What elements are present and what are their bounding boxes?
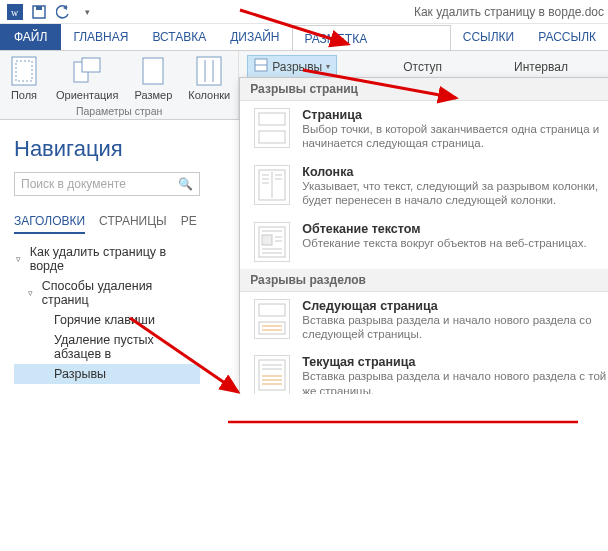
nav-tab-pages[interactable]: СТРАНИЦЫ: [99, 214, 167, 234]
caret-down-icon: ▿: [28, 288, 38, 298]
headings-tree: ▿Как удалить страницу в ворде ▿Способы у…: [14, 242, 200, 384]
tab-design[interactable]: ДИЗАЙН: [218, 24, 291, 50]
svg-text:w: w: [11, 7, 19, 18]
tab-page-layout[interactable]: РАЗМЕТКА СТРАНИЦЫ: [292, 25, 451, 51]
nav-tab-headings[interactable]: ЗАГОЛОВКИ: [14, 214, 85, 234]
tab-references[interactable]: ССЫЛКИ: [451, 24, 526, 50]
page-setup-group: Поля Ориентация Размер Колонки Параметры…: [0, 51, 239, 119]
title-bar: w ▾ Как удалить страницу в ворде.doc: [0, 0, 608, 24]
save-icon[interactable]: [28, 1, 50, 23]
orientation-label: Ориентация: [56, 89, 118, 101]
tree-item-hotkeys[interactable]: Горячие клавиши: [14, 310, 200, 330]
tree-item-root[interactable]: ▿Как удалить страницу в ворде: [14, 242, 200, 276]
quick-access-toolbar: w ▾: [0, 1, 102, 23]
svg-rect-3: [36, 6, 42, 10]
document-title: Как удалить страницу в ворде.doc: [414, 5, 608, 19]
orientation-button[interactable]: Ориентация: [56, 55, 118, 101]
tree-label: Удаление пустых абзацев в: [54, 333, 198, 361]
ribbon: Поля Ориентация Размер Колонки Параметры…: [0, 50, 608, 120]
chevron-down-icon: ▾: [326, 62, 330, 71]
columns-icon: [193, 55, 225, 87]
navigation-pane: Навигация Поиск в документе 🔍 ЗАГОЛОВКИ …: [0, 120, 214, 394]
svg-rect-8: [143, 58, 163, 84]
spacing-control[interactable]: Интервал: [508, 55, 574, 78]
tree-label: Способы удаления страниц: [42, 279, 198, 307]
search-input[interactable]: Поиск в документе 🔍: [14, 172, 200, 196]
qat-more-icon[interactable]: ▾: [76, 1, 98, 23]
margins-icon: [8, 55, 40, 87]
word-app-icon: w: [4, 1, 26, 23]
navigation-title: Навигация: [14, 136, 200, 162]
orientation-icon: [71, 55, 103, 87]
nav-tab-results[interactable]: РЕ: [181, 214, 197, 234]
tree-label: Как удалить страницу в ворде: [30, 245, 198, 273]
ribbon-tabs: ФАЙЛ ГЛАВНАЯ ВСТАВКА ДИЗАЙН РАЗМЕТКА СТР…: [0, 24, 608, 50]
size-icon: [137, 55, 169, 87]
svg-rect-7: [82, 58, 100, 72]
page-setup-group-label: Параметры стран: [8, 105, 230, 117]
tab-home[interactable]: ГЛАВНАЯ: [61, 24, 140, 50]
tab-file[interactable]: ФАЙЛ: [0, 24, 61, 50]
margins-label: Поля: [11, 89, 37, 101]
tree-item-empty-paragraphs[interactable]: Удаление пустых абзацев в: [14, 330, 200, 364]
tree-item-methods[interactable]: ▿Способы удаления страниц: [14, 276, 200, 310]
search-icon: 🔍: [178, 177, 193, 191]
size-button[interactable]: Размер: [134, 55, 172, 101]
columns-button[interactable]: Колонки: [188, 55, 230, 101]
tree-label: Горячие клавиши: [54, 313, 155, 327]
tab-mailings[interactable]: РАССЫЛК: [526, 24, 608, 50]
undo-icon[interactable]: [52, 1, 74, 23]
content-area: Навигация Поиск в документе 🔍 ЗАГОЛОВКИ …: [0, 120, 608, 394]
tree-item-breaks[interactable]: Разрывы: [14, 364, 200, 384]
breaks-dropdown[interactable]: Разрывы ▾: [247, 55, 337, 78]
tab-insert[interactable]: ВСТАВКА: [140, 24, 218, 50]
gallery-section-page-breaks: Разрывы страниц: [240, 78, 608, 101]
breaks-label: Разрывы: [272, 60, 322, 74]
tree-label: Разрывы: [54, 367, 106, 381]
svg-rect-9: [197, 57, 221, 85]
indent-control[interactable]: Отступ: [397, 55, 448, 78]
nav-tabs: ЗАГОЛОВКИ СТРАНИЦЫ РЕ: [14, 214, 200, 234]
search-placeholder: Поиск в документе: [21, 177, 126, 191]
caret-down-icon: ▿: [16, 254, 26, 264]
margins-button[interactable]: Поля: [8, 55, 40, 101]
columns-label: Колонки: [188, 89, 230, 101]
indent-label: Отступ: [403, 60, 442, 74]
spacing-label: Интервал: [514, 60, 568, 74]
size-label: Размер: [134, 89, 172, 101]
breaks-icon: [254, 58, 268, 75]
